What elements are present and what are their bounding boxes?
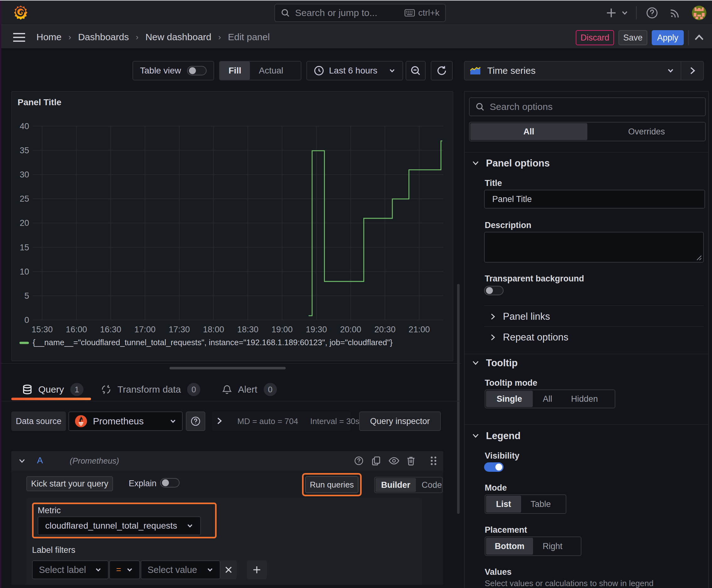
svg-text:16:30: 16:30 <box>100 325 122 334</box>
svg-text:19:00: 19:00 <box>272 325 293 334</box>
svg-text:10: 10 <box>20 267 29 276</box>
svg-text:18:30: 18:30 <box>237 325 259 334</box>
svg-text:17:30: 17:30 <box>169 325 190 334</box>
svg-text:20:00: 20:00 <box>340 325 361 334</box>
svg-text:{__name__="cloudflared_tunnel_: {__name__="cloudflared_tunnel_total_requ… <box>33 338 393 347</box>
svg-text:19:30: 19:30 <box>306 325 327 334</box>
svg-text:20:30: 20:30 <box>374 325 395 334</box>
svg-text:15:30: 15:30 <box>31 325 53 334</box>
svg-text:20: 20 <box>20 218 29 228</box>
svg-text:15: 15 <box>20 243 29 252</box>
svg-text:21:00: 21:00 <box>409 325 430 334</box>
svg-text:40: 40 <box>20 122 29 131</box>
svg-text:5: 5 <box>24 291 29 300</box>
svg-text:17:00: 17:00 <box>134 325 156 334</box>
svg-text:25: 25 <box>20 194 29 204</box>
svg-text:30: 30 <box>20 170 29 180</box>
svg-text:16:00: 16:00 <box>66 325 87 334</box>
svg-text:0: 0 <box>24 315 29 325</box>
svg-text:35: 35 <box>20 146 29 155</box>
svg-text:18:00: 18:00 <box>203 325 224 334</box>
